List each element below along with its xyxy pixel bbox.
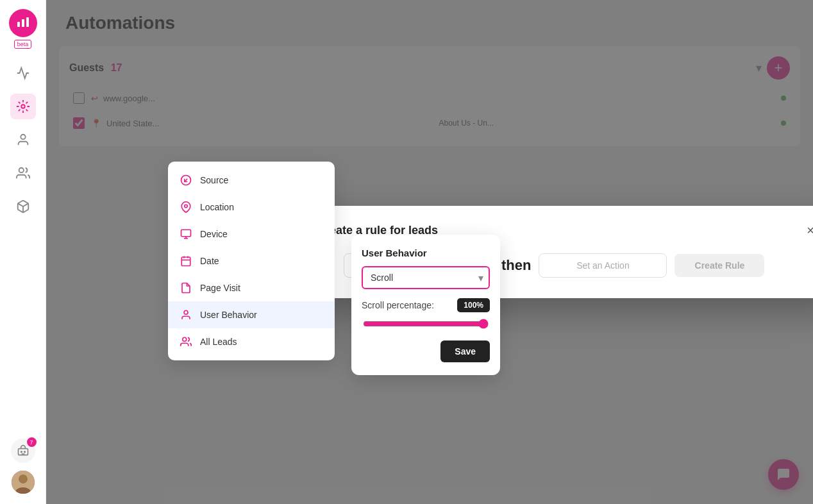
svg-rect-0 xyxy=(17,22,20,27)
svg-point-4 xyxy=(21,135,25,139)
scroll-slider[interactable] xyxy=(363,319,489,329)
page-visit-label: Page Visit xyxy=(200,283,240,293)
logo[interactable] xyxy=(9,9,37,37)
svg-point-14 xyxy=(185,205,188,208)
user-behavior-panel: User Behavior Scroll Click Time on Page … xyxy=(351,235,500,375)
sidebar-item-users[interactable] xyxy=(10,160,36,186)
dropdown-item-page-visit[interactable]: Page Visit xyxy=(168,274,335,301)
user-avatar[interactable] xyxy=(12,471,35,494)
svg-point-3 xyxy=(21,105,25,108)
action-button[interactable]: Set an Action xyxy=(539,253,667,278)
bot-badge: 7 xyxy=(27,437,37,447)
all-leads-icon xyxy=(180,335,192,348)
svg-point-23 xyxy=(183,337,187,341)
svg-rect-2 xyxy=(26,17,29,27)
device-icon xyxy=(180,228,192,240)
location-label: Location xyxy=(200,202,234,212)
svg-point-9 xyxy=(24,451,25,453)
scroll-tooltip: 100% xyxy=(457,298,490,312)
avatar-image xyxy=(12,471,35,494)
date-label: Date xyxy=(200,256,219,266)
source-icon xyxy=(180,174,192,187)
user-behavior-label: User Behavior xyxy=(200,310,257,320)
user-behavior-icon xyxy=(180,308,192,321)
sidebar-bottom: 7 xyxy=(11,439,35,504)
save-button[interactable]: Save xyxy=(440,340,490,362)
ub-scroll-select[interactable]: Scroll Click Time on Page xyxy=(362,266,490,289)
ub-title: User Behavior xyxy=(362,248,490,258)
svg-point-5 xyxy=(19,168,23,172)
all-leads-label: All Leads xyxy=(200,337,237,347)
sidebar: beta xyxy=(0,0,46,504)
page-visit-icon xyxy=(180,281,192,294)
condition-dropdown: Source Location Device xyxy=(168,162,335,360)
svg-rect-18 xyxy=(181,257,190,266)
svg-rect-15 xyxy=(181,230,191,237)
bot-icon[interactable]: 7 xyxy=(11,439,35,463)
dropdown-item-source[interactable]: Source xyxy=(168,167,335,194)
date-icon xyxy=(180,255,192,267)
beta-label: beta xyxy=(14,40,32,49)
svg-point-11 xyxy=(19,475,28,483)
then-label: then xyxy=(501,257,531,274)
dropdown-item-user-behavior[interactable]: User Behavior xyxy=(168,301,335,328)
dropdown-item-location[interactable]: Location xyxy=(168,194,335,221)
sidebar-item-products[interactable] xyxy=(10,194,36,219)
sidebar-item-analytics[interactable] xyxy=(10,60,36,86)
svg-point-8 xyxy=(21,451,22,453)
ub-select-wrap: Scroll Click Time on Page ▾ xyxy=(362,266,490,289)
sidebar-item-automations[interactable] xyxy=(10,94,36,119)
source-label: Source xyxy=(200,175,228,185)
dropdown-item-device[interactable]: Device xyxy=(168,221,335,248)
svg-rect-1 xyxy=(22,19,24,27)
svg-point-22 xyxy=(184,310,188,314)
device-label: Device xyxy=(200,229,228,239)
scroll-label: Scroll percentage: xyxy=(362,300,434,310)
location-menu-icon xyxy=(180,201,192,214)
dropdown-item-date[interactable]: Date xyxy=(168,248,335,274)
slider-wrap xyxy=(362,319,490,332)
sidebar-item-contacts[interactable] xyxy=(10,127,36,153)
dropdown-item-all-leads[interactable]: All Leads xyxy=(168,328,335,355)
close-button[interactable]: × xyxy=(801,221,813,239)
create-rule-button[interactable]: Create Rule xyxy=(675,254,764,277)
scroll-percentage-row: Scroll percentage: 100% xyxy=(362,298,490,312)
